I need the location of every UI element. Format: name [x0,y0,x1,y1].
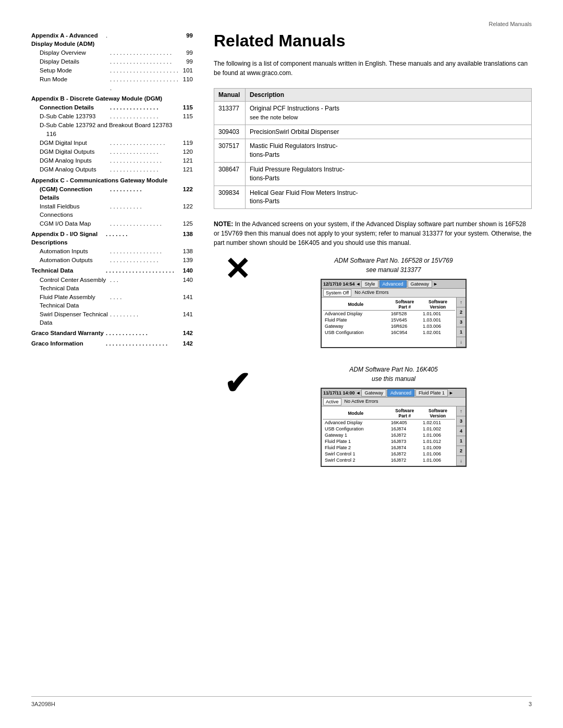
s2-version: 1.01.009 [421,445,455,451]
toc-sub-auto-inputs: Automation Inputs . . . . . . . . . . . … [31,247,193,255]
screen2-content: ADM Software Part No. 16K405 use this ma… [255,365,532,471]
s2-module: Gateway 1 [323,432,389,438]
screen1-right-btns: ↑ 2 3 1 ↓ [456,298,466,347]
toc-sub-cgm-io: CGM I/O Data Map . . . . . . . . . . . .… [31,219,193,228]
screen2-btn-1[interactable]: 1 [457,436,466,446]
manual-num: 309403 [214,125,246,139]
toc-main-b: Appendix B - Discrete Gateway Module (DG… [31,94,193,103]
table-of-contents: Appendix A - Advanced Display Module (AD… [31,31,193,686]
screen2-content-area: Module SoftwarePart # SoftwareVersion Ad… [322,406,466,466]
screen2-status-right: No Active Errors [344,398,464,405]
s2-module: Fluid Plate 2 [323,445,389,451]
s2-version: 1.01.002 [421,426,455,432]
toc-label-tech: Technical Data [31,266,106,275]
s2-module: USB Configuration [323,426,389,432]
table-row: 309403 PrecisionSwirl Orbital Dispenser [214,125,532,139]
screen1-btn-up[interactable]: ↑ [457,298,466,307]
toc-main-tech: Technical Data . . . . . . . . . . . . .… [31,266,193,275]
screen1-topbar: 12/17/10 14:54 ◄ Style Advanced Gateway … [322,280,466,289]
toc-sub-cgm-conn: (CGM) Connection Details . . . . . . . .… [31,185,193,202]
toc-sub-dsub-123792: D-Sub Cable 123792 and Breakout Board 12… [31,121,193,129]
toc-sub-control-center: Control Center Assembly Technical Data .… [31,276,193,292]
screen2-btn-2[interactable]: 2 [457,446,466,456]
toc-sub-install-fieldbus: Install Fieldbus Connections . . . . . .… [31,202,193,219]
table-row: Fluid Plate 2 16J874 1.01.009 [323,445,455,451]
screen1-status-right: No Active Errors [353,289,464,297]
screen1-tab-advanced[interactable]: Advanced [380,280,407,288]
screen-mockup-1: 12/17/10 14:54 ◄ Style Advanced Gateway … [321,279,467,348]
screen2-main: Module SoftwarePart # SoftwareVersion Ad… [322,406,456,466]
screen1-col-part: SoftwarePart # [389,299,421,311]
toc-sub-display-overview: Display Overview . . . . . . . . . . . .… [31,48,193,57]
s1-part: 16R626 [389,323,421,329]
check-mark-container: ✔ [214,365,250,401]
col-header-description: Description [246,89,532,102]
table-row: Swirl Control 2 16J872 1.01.006 [323,457,455,463]
toc-section-c: Appendix C - Communications Gateway Modu… [31,176,193,228]
screen1-status-bar: System Off No Active Errors [322,289,466,298]
screen2-col-part: SoftwarePart # [389,408,421,419]
page-title: Related Manuals [214,31,532,51]
s2-version: 1.02.011 [421,419,455,426]
screen2-btn-3[interactable]: 3 [457,416,466,426]
toc-sub-run-mode: Run Mode . . . . . . . . . . . . . . . .… [31,75,193,92]
screen2-time: 11/17/11 14:00 [323,390,355,396]
screen2-topbar: 11/17/11 14:00 ◄ Gateway Advanced Fluid … [322,389,466,398]
screen2-right-btns: ↑ 3 4 1 2 ↓ [456,406,466,466]
table-row: Fluid Plate 1 16J873 1.01.012 [323,438,455,445]
screen1-tab-style[interactable]: Style [361,280,378,288]
table-row: Swirl Control 1 16J872 1.01.006 [323,451,455,457]
s1-module: Gateway [323,323,389,329]
s2-part: 16J872 [389,457,421,463]
screen2-btn-up[interactable]: ↑ [457,406,466,416]
manual-num: 307517 [214,139,246,163]
screen2-btn-4[interactable]: 4 [457,426,466,436]
table-row: 307517 Mastic Fluid Regulators Instruc-t… [214,139,532,163]
screen2-table: Module SoftwarePart # SoftwareVersion Ad… [323,408,455,463]
screen2-tab-advanced[interactable]: Advanced [387,389,414,397]
toc-section-a: Appendix A - Advanced Display Module (AD… [31,31,193,92]
table-row: 313377 Original PCF Instructions - Parts… [214,102,532,125]
toc-label-c: Appendix C - Communications Gateway Modu… [31,176,193,184]
screen2-tab-fluid[interactable]: Fluid Plate 1 [415,389,448,397]
screen-mockup-2: 11/17/11 14:00 ◄ Gateway Advanced Fluid … [321,388,467,467]
screen2-status-left: Active [323,398,341,405]
toc-section-d: Appendix D - I/O Signal Descriptions . .… [31,230,193,264]
screen1-content-area: Module SoftwarePart # SoftwareVersion Ad… [322,298,466,347]
manual-desc: Helical Gear Fluid Flow Meters Instruc-t… [246,186,532,209]
toc-sub-fluid-plate: Fluid Plate Assembly Technical Data . . … [31,293,193,310]
s2-part: 16J874 [389,426,421,432]
toc-label-a: Appendix A - Advanced Display Module (AD… [31,31,106,48]
s2-version: 1.01.006 [421,451,455,457]
manual-desc: Original PCF Instructions - Partssee the… [246,102,532,125]
screen2-col-module: Module [323,408,389,419]
toc-main-c: Appendix C - Communications Gateway Modu… [31,176,193,184]
intro-paragraph: The following is a list of component man… [214,59,532,78]
screen2-btn-down[interactable]: ↓ [457,456,466,466]
screen1-btn-down[interactable]: ↓ [457,337,466,347]
right-column: Related Manuals The following is a list … [214,31,532,686]
table-row: USB Configuration 16J874 1.01.002 [323,426,455,432]
s1-part: 16F528 [389,311,421,317]
toc-main-info: Graco Information . . . . . . . . . . . … [31,339,193,348]
toc-sub-dsub-123792-page: 116 [31,130,193,138]
s2-part: 16J872 [389,432,421,438]
screen1-tab-gateway[interactable]: Gateway [408,280,433,288]
screen2-arrow-left: ◄ [356,390,361,396]
toc-sub-display-details: Display Details . . . . . . . . . . . . … [31,57,193,66]
check-mark-icon: ✔ [224,365,250,401]
table-row: 309834 Helical Gear Fluid Flow Meters In… [214,186,532,209]
s1-version: 1.01.001 [421,311,455,317]
s1-version: 1.02.001 [421,329,455,336]
toc-sub-conn-details: Connection Details . . . . . . . . . . .… [31,103,193,112]
manual-num: 308647 [214,162,246,186]
toc-sub-dgm-digital-out: DGM Digital Outputs . . . . . . . . . . … [31,147,193,156]
manual-desc: Mastic Fluid Regulators Instruc-tions-Pa… [246,139,532,163]
page-header: Related Manuals [31,21,532,27]
screen1-btn-3[interactable]: 3 [457,317,466,327]
toc-section-info: Graco Information . . . . . . . . . . . … [31,339,193,348]
toc-sub-swirl: Swirl Dispenser Technical Data . . . . .… [31,310,193,327]
screen2-tab-gateway[interactable]: Gateway [361,389,386,397]
screen1-btn-2[interactable]: 2 [457,307,466,317]
screen1-btn-1[interactable]: 1 [457,327,466,337]
